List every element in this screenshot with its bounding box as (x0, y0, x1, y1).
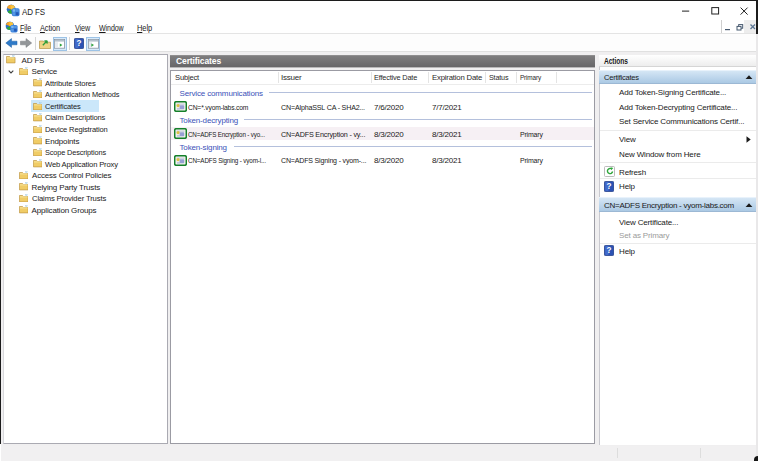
svg-text:?: ? (606, 246, 611, 255)
svg-text:?: ? (76, 39, 81, 48)
svg-text:?: ? (606, 182, 611, 191)
